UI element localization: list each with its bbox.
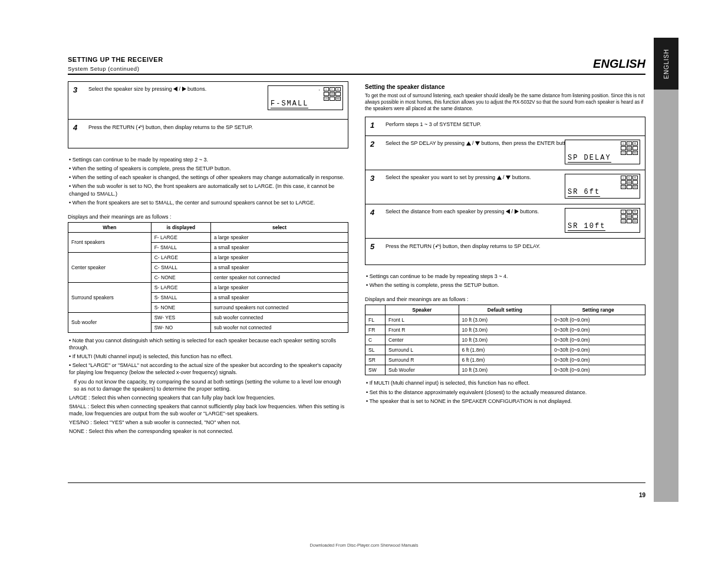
lcd-text: SP DELAY	[568, 154, 611, 163]
step-text: Perform steps 1 ~ 3 of SYSTEM SETUP.	[386, 121, 640, 128]
table-row: SLSurround L6 ft (1.8m)0~30ft (0~9.0m)	[365, 345, 645, 355]
note-item: If MULTI (Multi channel input) is select…	[366, 379, 644, 386]
divider-top	[68, 74, 645, 75]
footer-attribution: Downloaded From Disc-Player.com Sherwood…	[310, 543, 419, 548]
lcd-display: LCRSWLSRS SP DELAY	[565, 140, 640, 164]
right-steps-box: 1 Perform steps 1 ~ 3 of SYSTEM SETUP. 2…	[365, 117, 645, 265]
table-header-row: Speaker Default setting Setting range	[365, 305, 645, 315]
step-3: 3 Select the speaker you want to set by …	[365, 170, 645, 204]
table-caption: Displays and their meanings are as follo…	[68, 214, 348, 220]
table-row: SWSub Woofer10 ft (3.0m)0~30ft (0~9.0m)	[365, 365, 645, 375]
table-caption: Displays and their meanings are as follo…	[365, 296, 645, 302]
step-text: Press the RETURN (↶) button, then displa…	[88, 123, 343, 131]
table-header-row: When is displayed select	[68, 222, 348, 232]
note-item: Select "LARGE" or "SMALL" not according …	[69, 362, 347, 376]
left-footnotes: Note that you cannot distinguish which s…	[68, 333, 348, 443]
note-item: LARGE : Select this when connecting spea…	[69, 394, 347, 401]
right-column: Setting the speaker distance To get the …	[365, 81, 645, 443]
table-row: SRSurround R6 ft (1.8m)0~30ft (0~9.0m)	[365, 355, 645, 365]
note-item: When the setting is complete, press the …	[366, 282, 644, 289]
note-item: When the front speakers are set to SMALL…	[69, 199, 347, 206]
step-text: Press the RETURN (↶) button, then displa…	[386, 242, 640, 250]
note-item: NONE : Select this when the correspondin…	[69, 428, 347, 435]
speaker-distance-table: Speaker Default setting Setting range FL…	[365, 305, 645, 375]
step-2: 2 Select the SP DELAY by pressing / butt…	[365, 136, 645, 170]
note-item: Settings can continue to be made by repe…	[69, 156, 347, 163]
lcd-blink-icon: ✦	[319, 88, 320, 91]
return-icon: ↶	[138, 124, 143, 132]
divider-bottom	[68, 482, 645, 483]
section-title: Setting the speaker distance	[365, 84, 645, 90]
right-notes: Settings can continue to be made by repe…	[365, 269, 645, 296]
return-icon: ↶	[435, 243, 440, 251]
triangle-down-icon	[506, 176, 510, 180]
lcd-display: ✦ LCRSWLSRS F-SMALL	[268, 85, 343, 110]
lcd-text: SR 6ft	[568, 189, 600, 197]
note-item: When the setting of speakers is complete…	[69, 165, 347, 172]
triangle-left-icon	[173, 87, 177, 91]
header-subtitle: System Setup (continued)	[68, 65, 163, 72]
step-number: 4	[73, 123, 77, 132]
note-item: SMALL : Select this when connecting spea…	[69, 403, 347, 417]
table-row: FLFront L10 ft (3.0m)0~30ft (0~9.0m)	[365, 315, 645, 325]
table-row: Front speakers F- LARGE a large speaker	[68, 232, 348, 242]
table-row: Surround speakers S- LARGE a large speak…	[68, 282, 348, 292]
left-notes: Settings can continue to be made by repe…	[68, 152, 348, 214]
note-item: Settings can continue to be made by repe…	[366, 273, 644, 280]
triangle-right-icon	[182, 87, 186, 91]
note-item: When the sub woofer is set to NO, the fr…	[69, 183, 347, 197]
step-number: 3	[370, 174, 374, 183]
table-row: Sub woofer SW- YES sub woofer connected	[68, 312, 348, 322]
note-item: Set this to the distance approximately e…	[366, 389, 644, 396]
step-number: 5	[370, 242, 374, 251]
header-language: ENGLISH	[593, 57, 645, 72]
note-item: Note that you cannot distinguish which s…	[69, 337, 347, 351]
triangle-up-icon	[466, 141, 471, 146]
lcd-speaker-icons: LCRSWLSRS	[324, 87, 341, 101]
sidebar-language-active: ENGLISH	[654, 38, 678, 90]
lcd-text: F-SMALL	[271, 100, 308, 108]
step-4: 4 Select the distance from each speaker …	[365, 204, 645, 239]
lcd-display: LCRSWLSRS SR 6ft	[565, 174, 640, 199]
sidebar-language-strip	[654, 38, 678, 502]
left-column: 3 Select the speaker size by pressing / …	[68, 81, 348, 443]
step-number: 2	[370, 140, 374, 148]
step-number: 4	[370, 208, 374, 217]
left-steps-box: 3 Select the speaker size by pressing / …	[68, 81, 348, 148]
step-number: 3	[73, 85, 77, 94]
note-item: If MULTI (Multi channel input) is select…	[69, 353, 347, 360]
speaker-config-table: When is displayed select Front speakers …	[68, 222, 348, 333]
step-4: 4 Press the RETURN (↶) button, then disp…	[68, 120, 348, 148]
sidebar-language-label: ENGLISH	[663, 49, 670, 79]
note-item: If you do not know the capacity, try com…	[69, 378, 347, 392]
triangle-up-icon	[497, 176, 502, 180]
right-footnotes: If MULTI (Multi channel input) is select…	[365, 375, 645, 412]
section-paragraph: To get the most out of surround listenin…	[365, 92, 645, 112]
note-item: The speaker that is set to NONE in the S…	[366, 398, 644, 405]
page-header: SETTING UP THE RECEIVER System Setup (co…	[68, 46, 645, 72]
triangle-down-icon	[475, 141, 480, 146]
table-row: CCenter10 ft (3.0m)0~30ft (0~9.0m)	[365, 335, 645, 345]
note-item: YES/NO : Select "YES" when a sub woofer …	[69, 419, 347, 426]
step-5: 5 Press the RETURN (↶) button, then disp…	[365, 239, 645, 265]
note-item: When the setting of each speaker is chan…	[69, 174, 347, 181]
header-title: SETTING UP THE RECEIVER	[68, 56, 163, 63]
page-number: 19	[639, 492, 645, 498]
step-3: 3 Select the speaker size by pressing / …	[68, 82, 348, 120]
table-row: FRFront R10 ft (3.0m)0~30ft (0~9.0m)	[365, 325, 645, 335]
table-row: Center speaker C- LARGE a large speaker	[68, 252, 348, 262]
triangle-left-icon	[506, 209, 510, 214]
lcd-display: LCRSWLSRS SR 10ft	[565, 208, 640, 233]
lcd-text: SR 10ft	[568, 223, 605, 231]
step-1: 1 Perform steps 1 ~ 3 of SYSTEM SETUP.	[365, 117, 645, 136]
triangle-right-icon	[515, 209, 519, 214]
step-number: 1	[370, 121, 374, 130]
